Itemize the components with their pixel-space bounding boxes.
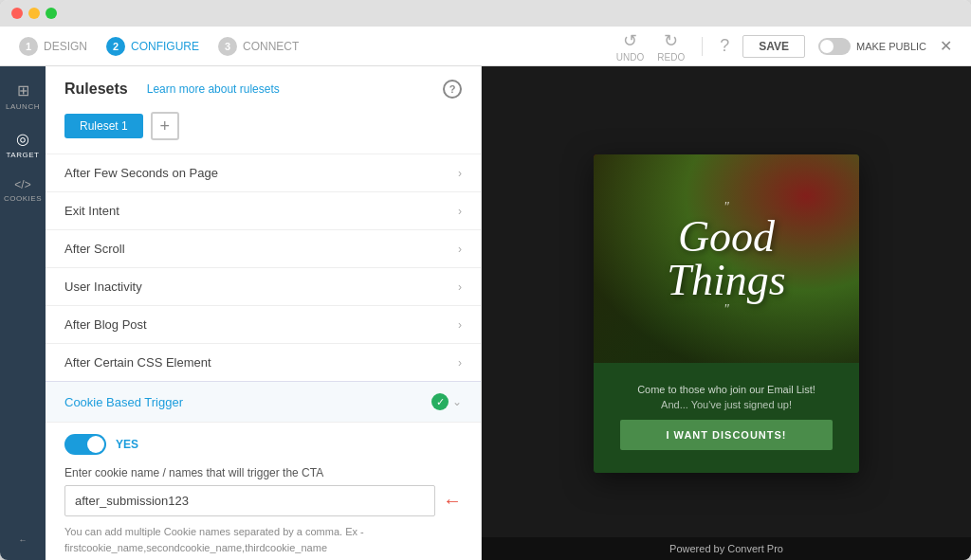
top-nav: 1 DESIGN 2 CONFIGURE 3 CONNECT ↺ UNDO ↻ … (0, 27, 971, 66)
trigger-after-css[interactable]: After Certain CSS Element › (46, 343, 481, 381)
step-configure-num: 2 (106, 37, 125, 56)
chevron-icon: › (458, 356, 462, 370)
popup-subtitle: Come to those who join our Email List! (609, 384, 844, 395)
powered-by-text: Powered by Convert Pro (669, 543, 783, 554)
trigger-user-inactivity[interactable]: User Inactivity › (46, 267, 481, 305)
trigger-after-seconds[interactable]: After Few Seconds on Page › (46, 154, 481, 191)
learn-link[interactable]: Learn more about rulesets (147, 82, 280, 96)
cookie-name-input[interactable] (64, 485, 435, 516)
trigger-exit-intent[interactable]: Exit Intent › (46, 191, 481, 229)
popup-cta-button[interactable]: I WANT DISCOUNTS! (620, 420, 833, 450)
cookies-icon: </> (14, 178, 30, 191)
trigger-after-css-label: After Certain CSS Element (64, 355, 211, 370)
trigger-after-seconds-label: After Few Seconds on Page (64, 166, 218, 180)
cookie-input-label: Enter cookie name / names that will trig… (64, 466, 462, 479)
cookie-expanded-section: YES Enter cookie name / names that will … (46, 422, 481, 560)
make-public-label: MAKE PUBLIC (856, 41, 926, 52)
sidebar-item-cookies[interactable]: </> COOKiES (0, 171, 46, 210)
target-icon: ◎ (16, 130, 29, 148)
chevron-icon: › (458, 167, 462, 180)
step-design[interactable]: 1 DESIGN (19, 37, 87, 56)
check-icon: ✓ (431, 393, 449, 410)
maximize-window-btn[interactable] (46, 8, 57, 19)
popup-good-text: Good (667, 215, 785, 259)
main-content: ⊞ LAUNCH ◎ TARGET </> COOKiES ← Rulesets (0, 66, 971, 560)
public-toggle-thumb (820, 40, 834, 53)
powered-bar: Powered by Convert Pro (482, 537, 971, 560)
toggle-thumb (87, 436, 104, 453)
trigger-cookie-label: Cookie Based Trigger (64, 395, 183, 409)
help-icon-panel[interactable]: ? (443, 80, 462, 99)
undo-icon: ↺ (623, 30, 637, 51)
sidebar-target-label: TARGET (7, 151, 40, 159)
toggle-yes-label: YES (116, 438, 138, 451)
back-arrow-icon: ← (19, 535, 27, 545)
ruleset-bar: Ruleset 1 + (46, 108, 481, 154)
step-configure-label: CONFIGURE (131, 40, 199, 53)
arrow-indicator-icon: ← (443, 490, 462, 512)
popup-text-overlay: " Good Things " (657, 190, 795, 327)
right-preview: " Good Things " Come to those who join o… (482, 66, 971, 560)
title-bar (0, 0, 971, 27)
help-button[interactable]: ? (720, 36, 729, 57)
public-toggle-track[interactable] (818, 38, 851, 55)
step-connect-num: 3 (218, 37, 237, 56)
top-nav-actions: ↺ UNDO ↻ REDO ? SAVE MAKE PUBLIC ✕ (616, 30, 952, 63)
app-window: 1 DESIGN 2 CONFIGURE 3 CONNECT ↺ UNDO ↻ … (0, 0, 971, 560)
sidebar-item-launch[interactable]: ⊞ LAUNCH (0, 74, 46, 118)
make-public-toggle[interactable]: MAKE PUBLIC (818, 38, 926, 55)
close-editor-button[interactable]: ✕ (940, 37, 952, 55)
trigger-after-scroll[interactable]: After Scroll › (46, 229, 481, 267)
chevron-icon: › (458, 280, 462, 294)
trigger-cookie[interactable]: Cookie Based Trigger ✓ ⌄ (46, 381, 481, 422)
popup-card: " Good Things " Come to those who join o… (594, 154, 859, 473)
step-connect[interactable]: 3 CONNECT (218, 37, 299, 56)
nav-separator (702, 37, 703, 56)
redo-button[interactable]: ↻ REDO (657, 30, 685, 63)
sidebar-item-target[interactable]: ◎ TARGET (0, 122, 46, 167)
cookie-input-wrapper: ← (64, 485, 462, 516)
save-button[interactable]: SAVE (742, 35, 805, 58)
undo-label: UNDO (616, 52, 644, 63)
ruleset-1-button[interactable]: Ruleset 1 (64, 114, 143, 138)
left-panel: Rulesets Learn more about rulesets ? Rul… (46, 66, 482, 560)
sidebar: ⊞ LAUNCH ◎ TARGET </> COOKiES ← (0, 66, 46, 560)
cookie-toggle[interactable] (64, 434, 106, 455)
launch-icon: ⊞ (17, 81, 29, 99)
trigger-user-inactivity-label: User Inactivity (64, 280, 142, 294)
undo-button[interactable]: ↺ UNDO (616, 30, 644, 63)
step-connect-label: CONNECT (243, 40, 299, 53)
trigger-after-blog[interactable]: After Blog Post › (46, 305, 481, 343)
redo-icon: ↻ (664, 30, 678, 51)
minimize-window-btn[interactable] (28, 8, 40, 19)
sidebar-back-btn[interactable]: ← (15, 528, 31, 552)
panel-header: Rulesets Learn more about rulesets ? (46, 66, 481, 108)
close-window-btn[interactable] (11, 8, 23, 19)
redo-label: REDO (657, 52, 685, 63)
popup-things-text: Things (667, 259, 785, 302)
chevron-down-icon: ⌄ (452, 395, 462, 408)
step-configure[interactable]: 2 CONFIGURE (106, 37, 199, 56)
help-icon: ? (720, 36, 729, 56)
popup-body: Come to those who join our Email List! A… (594, 363, 859, 473)
chevron-icon: › (458, 205, 462, 218)
sidebar-cookies-label: COOKiES (4, 194, 42, 203)
chevron-icon: › (458, 318, 462, 332)
cookie-toggle-row: YES (64, 434, 462, 455)
step-design-label: DESIGN (44, 40, 87, 53)
sidebar-launch-label: LAUNCH (6, 102, 40, 111)
sidebar-bottom: ← (15, 528, 31, 552)
add-ruleset-button[interactable]: + (151, 112, 179, 140)
panel-title: Rulesets (64, 81, 128, 98)
cookie-hint: You can add multiple Cookie names separa… (64, 524, 462, 555)
popup-image-area: " Good Things " (594, 154, 859, 363)
chevron-icon: › (458, 243, 462, 256)
step-design-num: 1 (19, 37, 38, 56)
trigger-cookie-icons: ✓ ⌄ (431, 393, 462, 410)
panel-header-left: Rulesets Learn more about rulesets (64, 81, 280, 98)
preview-inner: " Good Things " Come to those who join o… (482, 66, 971, 560)
popup-signed: And... You've just signed up! (609, 399, 844, 410)
trigger-exit-intent-label: Exit Intent (64, 204, 119, 218)
trigger-after-scroll-label: After Scroll (64, 242, 125, 256)
trigger-after-blog-label: After Blog Post (64, 317, 147, 332)
